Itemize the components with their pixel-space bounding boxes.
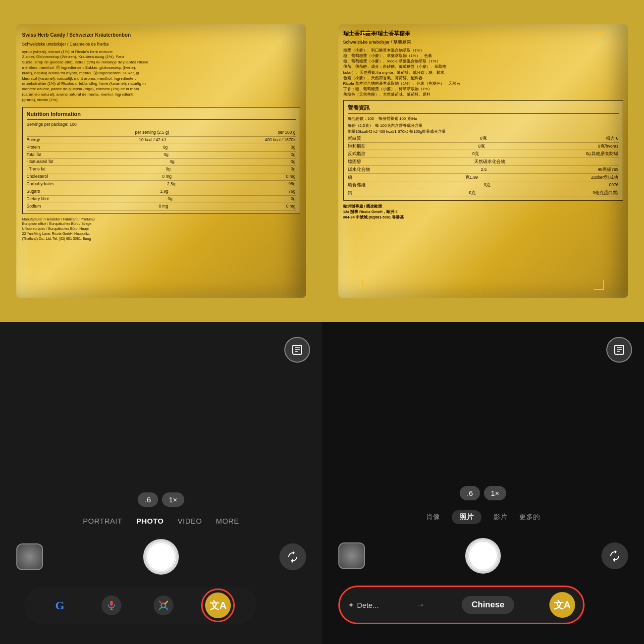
flip-camera-icon-zh	[608, 549, 621, 562]
translate-icon-button-zh[interactable]: 文A	[549, 592, 575, 618]
product-name-en: Swiss Herb Candy / Schweizer Kräuterbonb…	[22, 32, 300, 39]
camera-modes-right: 肖像 照片 影片 更多的	[426, 510, 540, 524]
detect-language-button[interactable]: ✦ Dete...	[348, 600, 379, 610]
nutrition-row-carb: Carbohydrates 2,5g 98g	[27, 181, 296, 188]
translate-highlight-ring	[201, 589, 235, 622]
gallery-thumbnail-left[interactable]	[16, 543, 43, 570]
nutrition-row-chol: Cholesterol 0 mg 0 mg	[27, 173, 296, 181]
nutrition-row-transfat: - Trans fat 0g 0g	[27, 166, 296, 173]
quadrant-bottom-left: .6 1× PORTRAIT PHOTO VIDEO MORE	[0, 322, 322, 644]
chinese-language-button[interactable]: Chinese	[462, 596, 514, 614]
nutrition-row-sugars: Sugars 1,9g 76g	[27, 188, 296, 196]
arrow-label: →	[416, 600, 425, 610]
svg-marker-5	[291, 559, 293, 563]
google-bar-container: G	[24, 587, 298, 629]
flip-camera-button-left[interactable]	[279, 543, 306, 570]
mic-button[interactable]	[102, 595, 121, 615]
google-bar: G	[24, 587, 257, 624]
zoom-controls-right: .6 1×	[460, 486, 506, 500]
translate-bar-container: ✦ Dete... → Chinese 文A	[338, 586, 628, 629]
mode-more[interactable]: MORE	[216, 517, 239, 525]
corner-br	[594, 280, 604, 290]
main-grid: Swiss Herb Candy / Schweizer Kräuterbonb…	[0, 0, 644, 644]
google-logo[interactable]: G	[50, 595, 70, 615]
svg-marker-4	[293, 551, 295, 555]
camera-bottom-bar-left	[16, 539, 306, 575]
nutrition-row-sodium: Sodium 0 mg 0 mg	[27, 203, 296, 211]
svg-marker-14	[615, 550, 617, 554]
mic-icon	[106, 600, 117, 611]
zoom-06-right[interactable]: .6	[460, 486, 480, 500]
nutrition-row-satfat: - Saturated fat 0g 0g	[27, 159, 296, 166]
zoom-1x-left[interactable]: 1×	[162, 492, 184, 507]
gallery-thumbnail-right[interactable]	[338, 542, 365, 569]
corner-tr	[594, 32, 604, 42]
svg-rect-6	[110, 601, 113, 606]
ingredients-text-en: syrup (wheat), extract (1%) of Ricola's …	[22, 50, 300, 103]
live-text-icon-zh	[613, 344, 625, 356]
nutrition-row-fat: Total fat 0g 0g	[27, 152, 296, 159]
nutrition-row-energy: Energy 10 kcal / 42 kJ 400 kcal / 1670k	[27, 137, 296, 144]
live-text-button[interactable]	[284, 337, 310, 363]
zh-mode-photo[interactable]: 照片	[452, 510, 482, 524]
manufacturer-en: Manufacturer / Hersteller / Fabricant / …	[22, 217, 300, 241]
mode-photo[interactable]: PHOTO	[136, 517, 164, 525]
zoom-1x-right[interactable]: 1×	[484, 486, 506, 500]
nutrition-title-en: Nutrition Information	[27, 110, 296, 120]
translate-button-wrapper: 文A	[205, 592, 231, 618]
lens-button[interactable]	[154, 595, 173, 615]
mode-portrait[interactable]: PORTRAIT	[83, 517, 122, 525]
flip-camera-icon	[286, 550, 299, 563]
zh-mode-portrait[interactable]: 肖像	[426, 513, 440, 522]
product-subtitle-en: Schweiziske urtebolsjer / Caramelos de h…	[22, 42, 300, 48]
quadrant-top-left: Swiss Herb Candy / Schweizer Kräuterbonb…	[0, 0, 322, 322]
svg-marker-15	[613, 558, 615, 562]
nutrition-row-fibre: Dietary fibre 0g 0g	[27, 196, 296, 203]
live-text-button-zh[interactable]	[606, 337, 632, 363]
live-text-icon	[291, 344, 303, 356]
shutter-button-left[interactable]	[143, 539, 179, 575]
scan-frame	[362, 32, 604, 290]
zoom-controls-left: .6 1×	[138, 492, 184, 507]
translate-bar: ✦ Dete... → Chinese 文A	[338, 586, 585, 624]
zh-mode-video[interactable]: 影片	[493, 513, 507, 522]
servings-en: Servings per package: 100	[27, 122, 296, 128]
quadrant-top-right: 瑞士香草糖果/瑞士香草糖果 Schweiziske urtebolsjer / …	[322, 0, 644, 322]
detect-label: Dete...	[357, 601, 379, 609]
mode-video[interactable]: VIDEO	[177, 517, 202, 525]
corner-bl	[362, 280, 372, 290]
lens-icon	[158, 600, 169, 611]
nutrition-header-en: per serving (2,5 g) per 100 g	[27, 129, 296, 137]
quadrant-bottom-right: .6 1× 肖像 照片 影片 更多的	[322, 322, 644, 644]
camera-modes-left: PORTRAIT PHOTO VIDEO MORE	[83, 517, 239, 525]
zoom-06-left[interactable]: .6	[138, 492, 158, 507]
shutter-button-right[interactable]	[465, 538, 501, 574]
translate-icon-zh: 文A	[554, 598, 571, 612]
camera-bottom-bar-right	[338, 538, 628, 574]
flip-camera-button-right[interactable]	[601, 542, 628, 569]
zh-mode-more[interactable]: 更多的	[519, 513, 540, 522]
sparkle-icon: ✦	[348, 600, 354, 610]
corner-tl	[362, 32, 372, 42]
nutrition-row-protein: Protein 0g 0g	[27, 144, 296, 152]
nutrition-box-en: Nutrition Information Servings per packa…	[22, 107, 300, 214]
